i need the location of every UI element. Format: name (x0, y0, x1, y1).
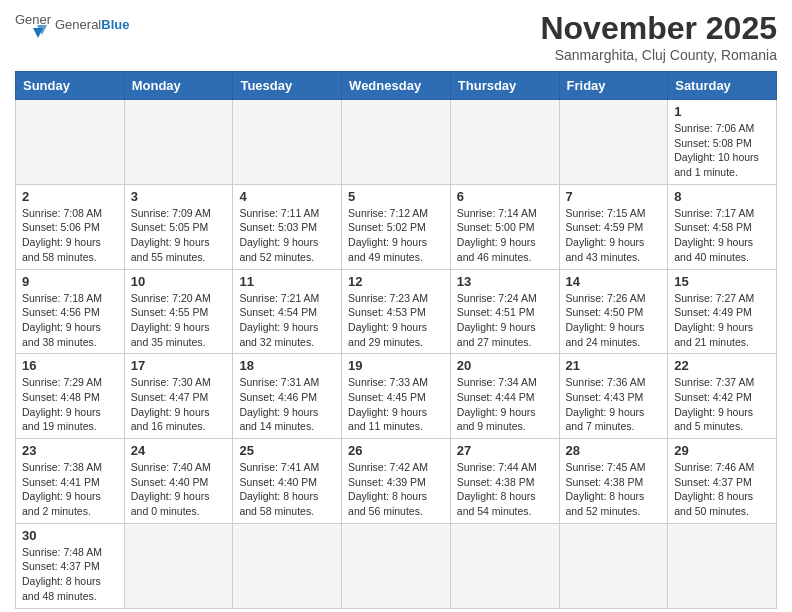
day-info: Sunrise: 7:38 AMSunset: 4:41 PMDaylight:… (22, 460, 118, 519)
day-info: Sunrise: 7:11 AMSunset: 5:03 PMDaylight:… (239, 206, 335, 265)
day-number: 3 (131, 189, 227, 204)
calendar-week-row: 9Sunrise: 7:18 AMSunset: 4:56 PMDaylight… (16, 269, 777, 354)
day-info: Sunrise: 7:30 AMSunset: 4:47 PMDaylight:… (131, 375, 227, 434)
calendar-cell: 4Sunrise: 7:11 AMSunset: 5:03 PMDaylight… (233, 184, 342, 269)
calendar-cell: 28Sunrise: 7:45 AMSunset: 4:38 PMDayligh… (559, 439, 668, 524)
calendar-cell: 20Sunrise: 7:34 AMSunset: 4:44 PMDayligh… (450, 354, 559, 439)
calendar-week-row: 30Sunrise: 7:48 AMSunset: 4:37 PMDayligh… (16, 523, 777, 608)
day-number: 1 (674, 104, 770, 119)
day-number: 15 (674, 274, 770, 289)
calendar-cell (124, 523, 233, 608)
calendar-week-row: 23Sunrise: 7:38 AMSunset: 4:41 PMDayligh… (16, 439, 777, 524)
calendar-cell: 12Sunrise: 7:23 AMSunset: 4:53 PMDayligh… (342, 269, 451, 354)
calendar-table: SundayMondayTuesdayWednesdayThursdayFrid… (15, 71, 777, 609)
day-number: 30 (22, 528, 118, 543)
day-number: 26 (348, 443, 444, 458)
day-info: Sunrise: 7:27 AMSunset: 4:49 PMDaylight:… (674, 291, 770, 350)
day-info: Sunrise: 7:12 AMSunset: 5:02 PMDaylight:… (348, 206, 444, 265)
logo: General GeneralBlue (15, 10, 129, 38)
day-info: Sunrise: 7:29 AMSunset: 4:48 PMDaylight:… (22, 375, 118, 434)
generalblue-logo-icon: General (15, 10, 51, 38)
day-info: Sunrise: 7:06 AMSunset: 5:08 PMDaylight:… (674, 121, 770, 180)
day-number: 4 (239, 189, 335, 204)
col-header-wednesday: Wednesday (342, 72, 451, 100)
day-number: 22 (674, 358, 770, 373)
calendar-cell (16, 100, 125, 185)
calendar-cell: 9Sunrise: 7:18 AMSunset: 4:56 PMDaylight… (16, 269, 125, 354)
day-info: Sunrise: 7:31 AMSunset: 4:46 PMDaylight:… (239, 375, 335, 434)
logo-text: GeneralBlue (55, 18, 129, 31)
calendar-cell: 11Sunrise: 7:21 AMSunset: 4:54 PMDayligh… (233, 269, 342, 354)
day-info: Sunrise: 7:42 AMSunset: 4:39 PMDaylight:… (348, 460, 444, 519)
calendar-cell: 2Sunrise: 7:08 AMSunset: 5:06 PMDaylight… (16, 184, 125, 269)
calendar-cell: 8Sunrise: 7:17 AMSunset: 4:58 PMDaylight… (668, 184, 777, 269)
col-header-friday: Friday (559, 72, 668, 100)
day-number: 7 (566, 189, 662, 204)
month-title: November 2025 (540, 10, 777, 47)
calendar-cell (559, 523, 668, 608)
calendar-cell: 22Sunrise: 7:37 AMSunset: 4:42 PMDayligh… (668, 354, 777, 439)
day-info: Sunrise: 7:40 AMSunset: 4:40 PMDaylight:… (131, 460, 227, 519)
day-info: Sunrise: 7:46 AMSunset: 4:37 PMDaylight:… (674, 460, 770, 519)
day-info: Sunrise: 7:44 AMSunset: 4:38 PMDaylight:… (457, 460, 553, 519)
day-info: Sunrise: 7:23 AMSunset: 4:53 PMDaylight:… (348, 291, 444, 350)
day-number: 8 (674, 189, 770, 204)
day-info: Sunrise: 7:36 AMSunset: 4:43 PMDaylight:… (566, 375, 662, 434)
calendar-cell: 5Sunrise: 7:12 AMSunset: 5:02 PMDaylight… (342, 184, 451, 269)
day-number: 21 (566, 358, 662, 373)
calendar-cell: 16Sunrise: 7:29 AMSunset: 4:48 PMDayligh… (16, 354, 125, 439)
calendar-cell: 24Sunrise: 7:40 AMSunset: 4:40 PMDayligh… (124, 439, 233, 524)
day-info: Sunrise: 7:37 AMSunset: 4:42 PMDaylight:… (674, 375, 770, 434)
day-number: 24 (131, 443, 227, 458)
col-header-sunday: Sunday (16, 72, 125, 100)
calendar-cell (342, 523, 451, 608)
day-info: Sunrise: 7:20 AMSunset: 4:55 PMDaylight:… (131, 291, 227, 350)
day-info: Sunrise: 7:34 AMSunset: 4:44 PMDaylight:… (457, 375, 553, 434)
day-number: 28 (566, 443, 662, 458)
day-number: 9 (22, 274, 118, 289)
day-number: 27 (457, 443, 553, 458)
day-number: 23 (22, 443, 118, 458)
day-info: Sunrise: 7:45 AMSunset: 4:38 PMDaylight:… (566, 460, 662, 519)
day-info: Sunrise: 7:09 AMSunset: 5:05 PMDaylight:… (131, 206, 227, 265)
calendar-cell: 19Sunrise: 7:33 AMSunset: 4:45 PMDayligh… (342, 354, 451, 439)
calendar-cell: 21Sunrise: 7:36 AMSunset: 4:43 PMDayligh… (559, 354, 668, 439)
calendar-cell: 29Sunrise: 7:46 AMSunset: 4:37 PMDayligh… (668, 439, 777, 524)
calendar-cell: 1Sunrise: 7:06 AMSunset: 5:08 PMDaylight… (668, 100, 777, 185)
day-info: Sunrise: 7:08 AMSunset: 5:06 PMDaylight:… (22, 206, 118, 265)
calendar-week-row: 1Sunrise: 7:06 AMSunset: 5:08 PMDaylight… (16, 100, 777, 185)
calendar-cell: 23Sunrise: 7:38 AMSunset: 4:41 PMDayligh… (16, 439, 125, 524)
calendar-cell: 10Sunrise: 7:20 AMSunset: 4:55 PMDayligh… (124, 269, 233, 354)
day-info: Sunrise: 7:26 AMSunset: 4:50 PMDaylight:… (566, 291, 662, 350)
day-number: 19 (348, 358, 444, 373)
day-number: 10 (131, 274, 227, 289)
day-info: Sunrise: 7:41 AMSunset: 4:40 PMDaylight:… (239, 460, 335, 519)
calendar-cell: 18Sunrise: 7:31 AMSunset: 4:46 PMDayligh… (233, 354, 342, 439)
day-info: Sunrise: 7:48 AMSunset: 4:37 PMDaylight:… (22, 545, 118, 604)
calendar-cell: 25Sunrise: 7:41 AMSunset: 4:40 PMDayligh… (233, 439, 342, 524)
day-number: 25 (239, 443, 335, 458)
calendar-cell: 3Sunrise: 7:09 AMSunset: 5:05 PMDaylight… (124, 184, 233, 269)
calendar-cell: 6Sunrise: 7:14 AMSunset: 5:00 PMDaylight… (450, 184, 559, 269)
col-header-monday: Monday (124, 72, 233, 100)
calendar-cell (450, 100, 559, 185)
calendar-cell (233, 523, 342, 608)
calendar-cell: 27Sunrise: 7:44 AMSunset: 4:38 PMDayligh… (450, 439, 559, 524)
day-number: 6 (457, 189, 553, 204)
day-number: 18 (239, 358, 335, 373)
calendar-header-row: SundayMondayTuesdayWednesdayThursdayFrid… (16, 72, 777, 100)
day-number: 12 (348, 274, 444, 289)
day-number: 14 (566, 274, 662, 289)
calendar-cell: 13Sunrise: 7:24 AMSunset: 4:51 PMDayligh… (450, 269, 559, 354)
calendar-week-row: 2Sunrise: 7:08 AMSunset: 5:06 PMDaylight… (16, 184, 777, 269)
day-number: 20 (457, 358, 553, 373)
calendar-cell (668, 523, 777, 608)
calendar-week-row: 16Sunrise: 7:29 AMSunset: 4:48 PMDayligh… (16, 354, 777, 439)
col-header-thursday: Thursday (450, 72, 559, 100)
day-number: 2 (22, 189, 118, 204)
day-number: 5 (348, 189, 444, 204)
calendar-cell (450, 523, 559, 608)
day-info: Sunrise: 7:17 AMSunset: 4:58 PMDaylight:… (674, 206, 770, 265)
col-header-saturday: Saturday (668, 72, 777, 100)
calendar-cell (559, 100, 668, 185)
